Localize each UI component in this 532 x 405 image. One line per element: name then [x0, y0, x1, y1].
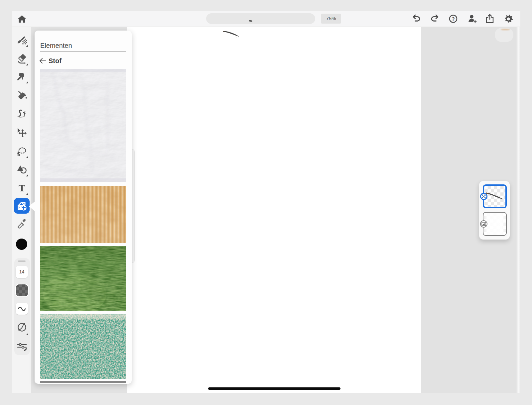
svg-text:?: ?	[452, 16, 455, 22]
svg-text:T: T	[19, 182, 25, 193]
